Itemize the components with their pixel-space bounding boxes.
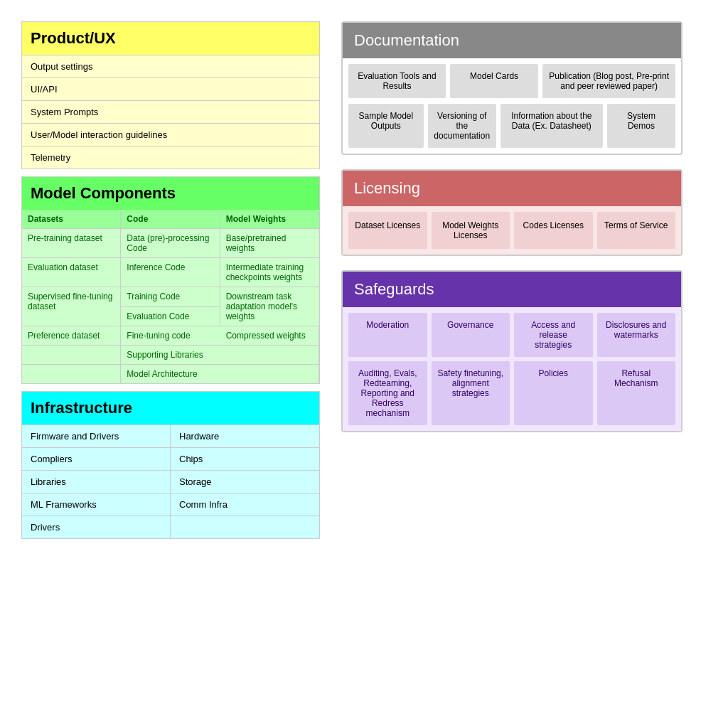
sg-cell-disclosures: Disclosures and watermarks bbox=[597, 313, 676, 357]
mc-cell-empty bbox=[220, 364, 319, 383]
licensing-grid: Dataset Licenses Model Weights Licenses … bbox=[343, 206, 681, 255]
mc-cell: Model Architecture bbox=[121, 364, 220, 383]
safeguards-row1: Moderation Governance Access and release… bbox=[348, 313, 675, 357]
mc-cell: Preference dataset bbox=[22, 326, 121, 345]
mc-cell: Evaluation dataset bbox=[22, 257, 121, 287]
left-column: Product/UX Output settings UI/API System… bbox=[21, 21, 320, 539]
sg-cell-access-release: Access and release strategies bbox=[514, 313, 593, 357]
doc-cell-system-demos: System Demos bbox=[607, 104, 675, 148]
lic-cell-dataset: Dataset Licenses bbox=[348, 212, 427, 249]
product-ux-item: System Prompts bbox=[22, 100, 319, 123]
infra-cell: Hardware bbox=[171, 424, 319, 447]
model-components-subheader: Datasets Code Model Weights bbox=[22, 210, 319, 228]
doc-cell-model-cards: Model Cards bbox=[450, 64, 538, 98]
infra-cell: Libraries bbox=[22, 470, 171, 493]
mc-cell: Intermediate training checkpoints weight… bbox=[220, 257, 319, 287]
mc-cell: Downstream task adaptation model's weigh… bbox=[220, 287, 319, 326]
right-column: Documentation Evaluation Tools and Resul… bbox=[341, 21, 682, 432]
licensing-section: Licensing Dataset Licenses Model Weights… bbox=[341, 169, 682, 256]
mc-cell: Fine-tuning code bbox=[121, 326, 220, 345]
mc-cell: Base/pretrained weights bbox=[220, 228, 319, 257]
mc-cell: Supporting Libraries bbox=[121, 345, 220, 364]
mc-cell-empty bbox=[22, 364, 121, 383]
infra-cell: Drivers bbox=[22, 516, 171, 538]
mc-cell-empty bbox=[220, 345, 319, 364]
mc-cell: Supervised fine-tuning dataset bbox=[22, 287, 121, 326]
safeguards-row2: Auditing, Evals, Redteaming, Reporting a… bbox=[348, 361, 675, 425]
infrastructure-section: Infrastructure Firmware and Drivers Hard… bbox=[21, 391, 320, 539]
lic-cell-terms: Terms of Service bbox=[597, 212, 676, 249]
safeguards-body: Moderation Governance Access and release… bbox=[343, 307, 681, 431]
safeguards-header: Safeguards bbox=[343, 272, 681, 307]
sg-cell-safety-finetuning: Safety finetuning, alignment strategies bbox=[432, 361, 510, 425]
doc-cell-data-info: Information about the Data (Ex. Datashee… bbox=[500, 104, 603, 148]
mc-cell: Inference Code bbox=[121, 257, 220, 287]
product-ux-header: Product/UX bbox=[22, 22, 319, 55]
product-ux-item: Output settings bbox=[22, 55, 319, 78]
product-ux-item: User/Model interaction guidelines bbox=[22, 123, 319, 146]
infra-cell: Firmware and Drivers bbox=[22, 424, 171, 447]
sg-cell-auditing: Auditing, Evals, Redteaming, Reporting a… bbox=[348, 361, 427, 425]
infra-cell: Compliers bbox=[22, 447, 171, 470]
model-components-header: Model Components bbox=[22, 177, 319, 210]
licensing-header: Licensing bbox=[343, 171, 681, 206]
lic-cell-model-weights: Model Weights Licenses bbox=[432, 212, 510, 249]
infra-cell: Chips bbox=[171, 447, 319, 470]
infrastructure-grid: Firmware and Drivers Hardware Compliers … bbox=[22, 424, 319, 538]
mc-col-datasets: Datasets bbox=[22, 210, 121, 228]
mc-cell-empty bbox=[22, 345, 121, 364]
doc-cell-eval-tools: Evaluation Tools and Results bbox=[348, 64, 446, 98]
mc-cell: Training Code bbox=[121, 287, 220, 306]
model-components-grid: Pre-training dataset Data (pre)-processi… bbox=[22, 228, 319, 383]
mc-col-code: Code bbox=[121, 210, 220, 228]
mc-cell: Compressed weights bbox=[220, 326, 319, 345]
documentation-header: Documentation bbox=[343, 23, 681, 58]
mc-cell: Evaluation Code bbox=[121, 306, 220, 326]
mc-cell: Pre-training dataset bbox=[22, 228, 121, 257]
product-ux-section: Product/UX Output settings UI/API System… bbox=[21, 21, 320, 169]
infra-cell: Comm Infra bbox=[171, 493, 319, 516]
documentation-row1: Evaluation Tools and Results Model Cards… bbox=[343, 58, 681, 101]
doc-cell-versioning: Versioning of the documentation bbox=[428, 104, 496, 148]
mc-col-weights: Model Weights bbox=[220, 210, 319, 228]
product-ux-item: UI/API bbox=[22, 78, 319, 100]
infrastructure-header: Infrastructure bbox=[22, 392, 319, 424]
sg-cell-governance: Governance bbox=[432, 313, 510, 357]
sg-cell-moderation: Moderation bbox=[348, 313, 427, 357]
infra-cell: Storage bbox=[171, 470, 319, 493]
model-components-section: Model Components Datasets Code Model Wei… bbox=[21, 176, 320, 384]
documentation-row2: Sample Model Outputs Versioning of the d… bbox=[343, 101, 681, 154]
infra-cell: ML Frameworks bbox=[22, 493, 171, 516]
doc-cell-sample-outputs: Sample Model Outputs bbox=[348, 104, 424, 148]
lic-cell-codes: Codes Licenses bbox=[514, 212, 593, 249]
sg-cell-refusal: Refusal Mechanism bbox=[597, 361, 676, 425]
documentation-section: Documentation Evaluation Tools and Resul… bbox=[341, 21, 682, 155]
safeguards-section: Safeguards Moderation Governance Access … bbox=[341, 270, 682, 432]
infra-cell-empty bbox=[171, 516, 319, 538]
product-ux-item: Telemetry bbox=[22, 146, 319, 169]
mc-cell: Data (pre)-processing Code bbox=[121, 228, 220, 257]
sg-cell-policies: Policies bbox=[514, 361, 593, 425]
doc-cell-publication: Publication (Blog post, Pre-print and pe… bbox=[542, 64, 675, 98]
